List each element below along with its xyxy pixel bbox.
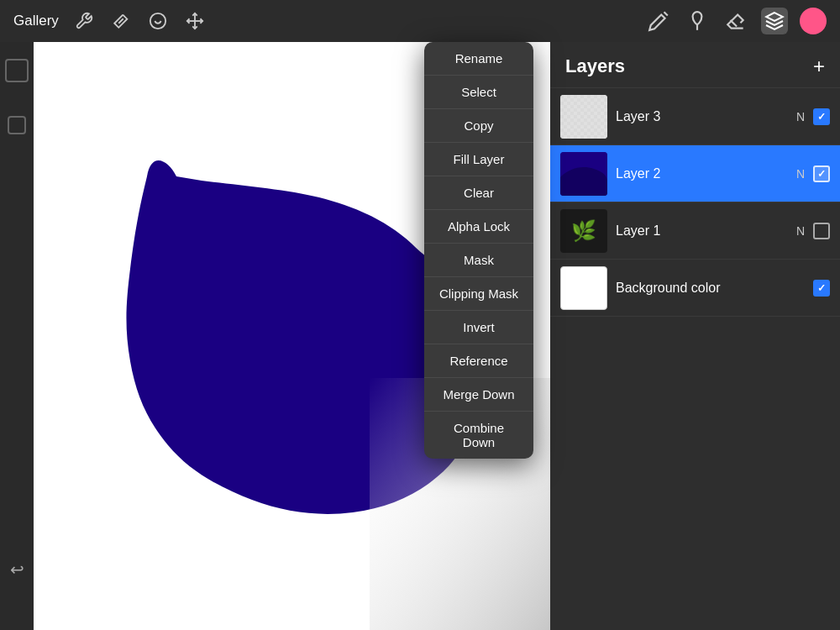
layer-row-3[interactable]: Layer 3 N ✓ [550, 88, 840, 145]
magic-icon[interactable] [109, 9, 133, 33]
bg-info: Background color ✓ [616, 280, 830, 297]
layer3-blend[interactable]: N [796, 110, 805, 123]
wrench-icon[interactable] [72, 9, 96, 33]
context-rename[interactable]: Rename [424, 42, 533, 76]
smudge-icon[interactable] [684, 8, 711, 34]
layer1-info: Layer 1 N [616, 223, 830, 239]
layer3-thumb-svg [560, 95, 607, 139]
layer2-checkmark: ✓ [817, 168, 826, 180]
layer2-thumb-svg [560, 152, 607, 196]
layer2-blend[interactable]: N [796, 167, 805, 181]
layer1-checkbox[interactable] [813, 223, 830, 239]
layers-title: Layers [565, 55, 625, 77]
context-fill-layer[interactable]: Fill Layer [424, 143, 533, 176]
transform-icon[interactable] [183, 9, 207, 33]
toolbar-right [645, 8, 827, 34]
layer2-name: Layer 2 [616, 166, 660, 181]
layer3-info: Layer 3 N ✓ [616, 108, 830, 125]
svg-rect-11 [560, 95, 607, 139]
layer3-thumbnail [560, 95, 607, 139]
bg-checkbox[interactable]: ✓ [813, 280, 830, 297]
layer1-controls: N [796, 223, 830, 239]
layers-panel: Layers + Layer 3 N ✓ [550, 42, 840, 630]
context-alpha-lock[interactable]: Alpha Lock [424, 210, 533, 244]
layer-row-bg[interactable]: Background color ✓ [550, 260, 840, 317]
layers-header: Layers + [550, 42, 840, 88]
sidebar-bottom: ↩ [10, 559, 24, 580]
layer1-name: Layer 1 [616, 223, 660, 239]
layer3-controls: N ✓ [796, 108, 830, 125]
layers-add-button[interactable]: + [813, 56, 825, 76]
context-copy[interactable]: Copy [424, 109, 533, 143]
context-clipping-mask[interactable]: Clipping Mask [424, 277, 533, 311]
stylize-icon[interactable] [146, 9, 170, 33]
top-toolbar: Gallery [0, 0, 840, 42]
sidebar-tool-small-square[interactable] [8, 116, 26, 134]
leaf-icon: 🌿 [571, 219, 596, 243]
context-clear[interactable]: Clear [424, 176, 533, 210]
svg-marker-7 [766, 13, 783, 21]
layer1-blend[interactable]: N [796, 224, 805, 238]
color-picker[interactable] [800, 8, 827, 34]
pencil-icon[interactable] [645, 8, 672, 34]
context-invert[interactable]: Invert [424, 311, 533, 344]
layer2-info: Layer 2 N ✓ [616, 165, 830, 182]
layer-row-1[interactable]: 🌿 Layer 1 N [550, 202, 840, 260]
left-sidebar: ↩ [0, 42, 34, 630]
undo-button[interactable]: ↩ [10, 559, 24, 580]
layer-row-2[interactable]: Layer 2 N ✓ [550, 145, 840, 202]
context-mask[interactable]: Mask [424, 244, 533, 277]
bg-name: Background color [616, 281, 721, 296]
layer2-checkbox[interactable]: ✓ [813, 165, 830, 182]
context-merge-down[interactable]: Merge Down [424, 378, 533, 412]
layer3-checkbox[interactable]: ✓ [813, 108, 830, 125]
layer2-controls: N ✓ [796, 165, 830, 182]
svg-line-5 [664, 12, 668, 15]
layer3-checkmark: ✓ [817, 111, 826, 123]
bg-controls: ✓ [813, 280, 830, 297]
context-menu: Rename Select Copy Fill Layer Clear Alph… [424, 42, 533, 459]
bg-thumbnail [560, 266, 607, 310]
layers-icon[interactable] [761, 8, 788, 34]
sidebar-tool-square[interactable] [5, 59, 29, 82]
context-reference[interactable]: Reference [424, 344, 533, 378]
toolbar-left: Gallery [13, 9, 207, 33]
bg-checkmark: ✓ [817, 282, 826, 294]
context-select[interactable]: Select [424, 76, 533, 109]
layer2-thumbnail [560, 152, 607, 196]
gallery-button[interactable]: Gallery [13, 13, 59, 29]
eraser-icon[interactable] [722, 8, 749, 34]
layer1-thumbnail: 🌿 [560, 209, 607, 253]
context-combine-down[interactable]: Combine Down [424, 412, 533, 459]
layer3-name: Layer 3 [616, 109, 660, 124]
